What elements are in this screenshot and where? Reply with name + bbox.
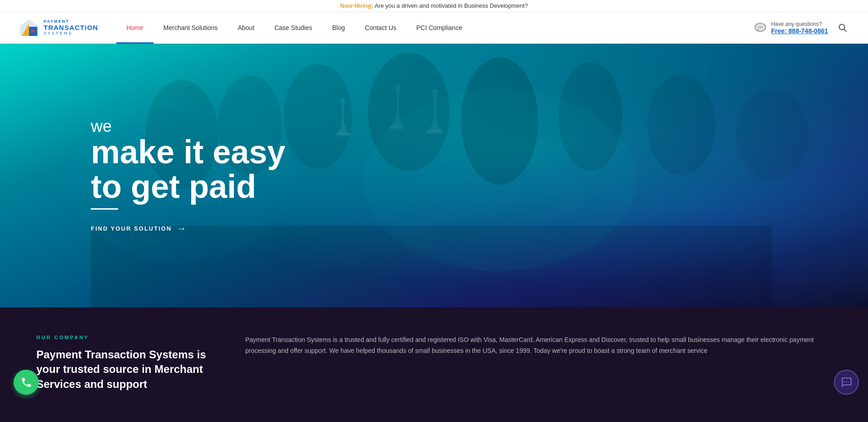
hiring-label: Now Hiring: (340, 2, 373, 9)
free-prefix: Free: (771, 27, 787, 35)
logo-line3: SYSTEMS (44, 31, 98, 36)
svg-rect-3 (31, 30, 35, 32)
svg-point-17 (736, 89, 808, 180)
hero-cta-button[interactable]: FIND YOUR SOLUTION → (91, 223, 285, 234)
logo-line2: TRANSACTION (44, 24, 98, 32)
phone-number[interactable]: 888-748-0861 (789, 27, 828, 35)
nav-home[interactable]: Home (116, 12, 153, 44)
logo-text-block: PAYMENT TRANSACTION SYSTEMS (44, 20, 98, 36)
bottom-left: OUR COMPANY Payment Transaction Systems … (36, 335, 209, 392)
hero-line2: make it easy (91, 134, 285, 170)
hero-cta-arrow-icon: → (177, 223, 187, 234)
logo-icon (18, 19, 40, 37)
hero-section: we make it easy to get paid FIND YOUR SO… (0, 44, 868, 307)
chat-float-button[interactable] (834, 370, 859, 395)
top-bar: Now Hiring: Are you a driven and motivat… (0, 0, 868, 12)
bottom-section: OUR COMPANY Payment Transaction Systems … (0, 307, 868, 419)
svg-point-12 (284, 64, 352, 169)
hero-content: we make it easy to get paid FIND YOUR SO… (0, 117, 285, 234)
main-nav: Home Merchant Solutions About Case Studi… (116, 12, 753, 44)
svg-point-26 (848, 381, 849, 382)
hero-line3: to get paid (91, 168, 256, 205)
contact-info: Have any questions? Free: 888-748-0861 (753, 20, 828, 35)
contact-phone[interactable]: Free: 888-748-0861 (771, 27, 828, 35)
bottom-heading: Payment Transaction Systems is your trus… (36, 347, 209, 392)
contact-label: Have any questions? (771, 21, 828, 27)
svg-point-25 (846, 381, 847, 382)
hero-headline: make it easy to get paid (91, 135, 285, 204)
nav-case-studies[interactable]: Case Studies (264, 12, 322, 44)
svg-point-7 (759, 27, 761, 28)
contact-text: Have any questions? Free: 888-748-0861 (771, 21, 828, 35)
svg-point-8 (761, 27, 763, 28)
bottom-description: Payment Transaction Systems is a trusted… (245, 335, 832, 392)
chat-float-icon (841, 377, 853, 388)
search-button[interactable] (835, 20, 850, 35)
svg-point-22 (363, 89, 636, 271)
logo[interactable]: PAYMENT TRANSACTION SYSTEMS (18, 19, 98, 37)
svg-point-24 (844, 381, 845, 382)
svg-point-18 (335, 132, 351, 137)
nav-contact-us[interactable]: Contact Us (355, 12, 406, 44)
our-company-label: OUR COMPANY (36, 335, 209, 340)
nav-blog[interactable]: Blog (322, 12, 355, 44)
nav-about[interactable]: About (228, 12, 264, 44)
nav-merchant-solutions[interactable]: Merchant Solutions (154, 12, 228, 44)
phone-float-button[interactable] (14, 370, 39, 395)
hero-underline (91, 208, 118, 210)
header-right: Have any questions? Free: 888-748-0861 (753, 20, 850, 35)
hero-cta-label: FIND YOUR SOLUTION (91, 225, 172, 232)
hiring-text: Are you a driven and motivated in Busine… (375, 2, 528, 9)
phone-icon (20, 377, 32, 388)
chat-bubble-icon (753, 20, 768, 35)
svg-point-6 (758, 27, 759, 28)
nav-pci-compliance[interactable]: PCI Compliance (407, 12, 472, 44)
svg-point-16 (647, 75, 715, 176)
hero-we: we (91, 117, 285, 136)
header: PAYMENT TRANSACTION SYSTEMS Home Merchan… (0, 12, 868, 44)
